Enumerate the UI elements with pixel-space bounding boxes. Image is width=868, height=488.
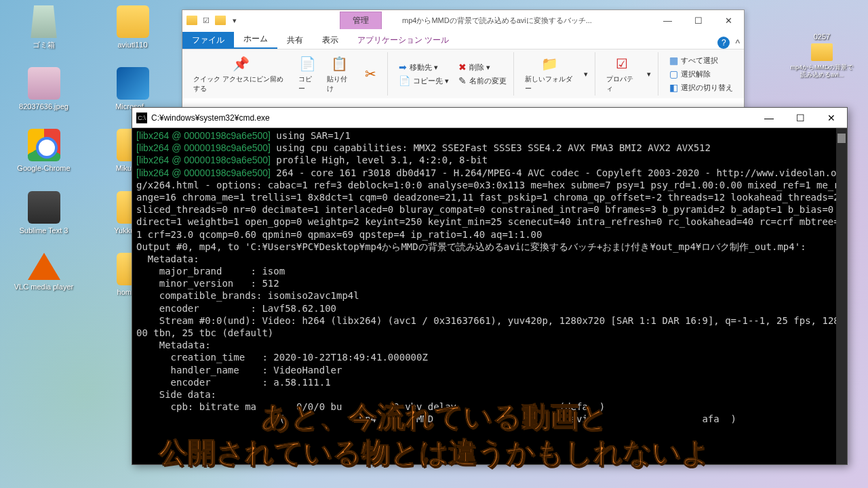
icon-recycle-bin[interactable]: ゴミ箱 [7,5,81,49]
tab-home[interactable]: ホーム [234,30,277,49]
invert-icon: ◧ [669,82,678,93]
minimize-button[interactable]: — [652,10,683,30]
edge-icon [117,67,149,100]
qat-button[interactable]: ☑ [200,14,212,26]
explorer-window: ☑ ▾ 管理 mp4からMMDの背景で読み込めるaviに変換するバッチ... —… [182,9,745,108]
window-controls: — ☐ ✕ [753,108,847,128]
qat-dropdown[interactable]: ▾ [229,14,241,26]
task-label: mp4からMMDの背景で読み込めるavi... [788,64,856,79]
icon-label: Sublime Text 3 [20,226,68,235]
button-label: 選択の切り替え [681,83,733,93]
icon-label: VLC media player [14,283,73,291]
select-none-button[interactable]: ▢選択解除 [667,68,736,80]
new-folder-button[interactable]: 📁新しいフォルダー [522,53,578,95]
button-label: コピー [298,75,317,94]
select-none-icon: ▢ [669,68,678,79]
icon-edge[interactable]: Microsof... [96,67,170,111]
folder-icon[interactable] [811,43,833,61]
select-all-icon: ▦ [669,55,678,66]
icon-label: Google-Chrome [17,164,70,173]
close-button[interactable]: ✕ [816,108,847,128]
terminal-output[interactable]: [libx264 @ 00000198c9a6e500] using SAR=1… [132,128,847,464]
image-icon [28,67,60,100]
icon-label: aviutl110 [117,41,147,49]
scrollbar-thumb[interactable] [837,134,846,143]
clock: 0257 [814,33,830,41]
vlc-icon [28,253,60,280]
window-title: mp4からMMDの背景で読み込めるaviに変換するバッチ... [382,16,652,26]
arrow-icon: ➡ [399,62,407,73]
button-label: 選択解除 [681,69,711,79]
tab-share[interactable]: 共有 [277,32,313,49]
pin-quick-access-button[interactable]: 📌クイック アクセスにピン留めする [191,53,292,95]
cmd-icon: C:\ [136,113,147,123]
folder-icon [215,16,226,25]
rename-button[interactable]: ✎名前の変更 [456,75,509,87]
button-label: 新しいフォルダー [525,75,575,94]
button-label: すべて選択 [681,56,718,66]
scrollbar[interactable] [836,128,847,464]
icon-jpeg[interactable]: 82037636.jpeg [7,67,81,111]
contextual-tab-manage[interactable]: 管理 [340,12,382,29]
delete-icon: ✖ [458,62,467,73]
icon-aviutl[interactable]: aviutl110 [96,5,170,49]
dropdown-icon: ▾ [647,70,651,79]
open-button[interactable]: ▾ [644,69,654,79]
cut-icon: ✂ [361,64,380,83]
cut-button[interactable]: ✂ [359,63,383,85]
cmd-window: C:\ C:¥windows¥system32¥cmd.exe — ☐ ✕ [l… [132,107,848,465]
titlebar[interactable]: ☑ ▾ 管理 mp4からMMDの背景で読み込めるaviに変換するバッチ... —… [182,10,744,30]
paste-button[interactable]: 📋貼り付け [324,53,355,95]
button-label: 削除 ▾ [469,62,490,73]
select-all-button[interactable]: ▦すべて選択 [667,54,736,66]
folder-icon [186,16,197,25]
minimize-button[interactable]: — [753,108,785,128]
window-title: C:¥windows¥system32¥cmd.exe [151,113,753,123]
sublime-icon [28,191,60,224]
help-icon[interactable]: ? [717,37,730,49]
button-label: 移動先 ▾ [410,62,438,73]
collapse-ribbon-icon[interactable]: ^ [735,38,740,49]
icon-label: ゴミ箱 [33,41,55,49]
ribbon: 📌クイック アクセスにピン留めする 📄コピー 📋貼り付け ✂ ➡移動先 ▾ 📄コ… [182,49,744,98]
folder-icon [117,5,149,38]
new-folder-icon: 📁 [540,54,559,73]
tab-app-tools[interactable]: アプリケーション ツール [348,32,458,49]
icon-chrome[interactable]: Google-Chrome [7,129,81,173]
icon-label: 82037636.jpeg [19,102,68,111]
trash-icon [28,5,60,38]
copy-to-button[interactable]: 📄コピー先 ▾ [396,75,452,87]
button-label: クイック アクセスにピン留めする [193,75,289,94]
window-controls: — ☐ ✕ [652,10,744,30]
rename-icon: ✎ [458,75,467,86]
icon-vlc[interactable]: VLC media player [7,253,81,297]
delete-button[interactable]: ✖削除 ▾ [456,61,509,73]
copy-icon: 📄 [298,54,317,73]
tab-file[interactable]: ファイル [182,32,234,49]
button-label: プロパティ [606,75,637,94]
chrome-icon [28,129,60,161]
pin-icon: 📌 [231,54,250,73]
invert-selection-button[interactable]: ◧選択の切り替え [667,81,736,94]
copy-button[interactable]: 📄コピー [296,53,320,95]
properties-button[interactable]: ☑プロパティ [604,53,640,95]
maximize-button[interactable]: ☐ [785,108,816,128]
properties-icon: ☑ [612,54,631,73]
maximize-button[interactable]: ☐ [683,10,713,30]
paste-icon: 📋 [330,54,349,73]
button-label: 名前の変更 [469,76,507,86]
dropdown-icon: ▾ [584,70,588,79]
quick-access-toolbar: ☑ ▾ [182,10,245,30]
ribbon-tabs: ファイル ホーム 共有 表示 アプリケーション ツール ? ^ [182,30,744,49]
button-label: 貼り付け [327,75,352,94]
button-label: コピー先 ▾ [413,76,449,86]
tab-view[interactable]: 表示 [313,32,348,49]
new-item-button[interactable]: ▾ [581,69,591,79]
taskbar-preview: 0257 mp4からMMDの背景で読み込めるavi... [788,33,856,79]
copy-icon: 📄 [399,75,410,86]
titlebar[interactable]: C:\ C:¥windows¥system32¥cmd.exe — ☐ ✕ [132,108,847,128]
icon-sublime[interactable]: Sublime Text 3 [7,191,81,235]
close-button[interactable]: ✕ [713,10,744,30]
move-to-button[interactable]: ➡移動先 ▾ [396,61,452,73]
